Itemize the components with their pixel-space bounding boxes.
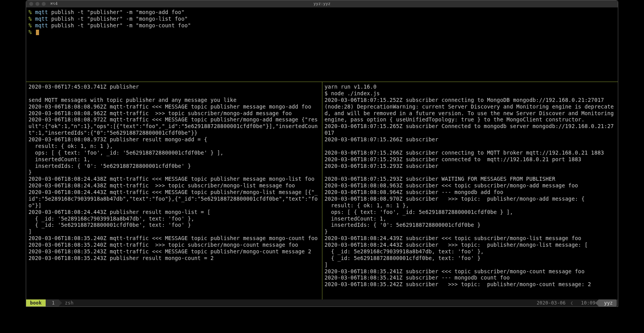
command-args: publish -t "publisher" -m "mongo-count f… [48,22,191,28]
log-line: 2020-03-06T18:08:35.243Z publisher resul… [28,255,320,262]
log-line: 2020-03-06T18:07:15.266Z subscriber [325,136,616,143]
log-line: 2020-03-06T18:07:15.252Z subscriber conn… [325,97,616,103]
log-line: ] [28,228,320,235]
log-line: 2020-03-06T18:08:24.443Z subscriber >>> … [325,242,616,248]
command-args: publish -t "publisher" -m "mongo-add foo… [48,9,185,15]
zoom-icon[interactable] [42,2,46,6]
log-line: 2020-03-06T18:07:15.265Z subscriber Conn… [325,123,616,136]
tmux-content: % mqtt publish -t "publisher" -m "mongo-… [26,7,618,299]
log-line: 2020-03-06T18:08:08.962Z mqtt-traffic <<… [28,103,320,110]
status-remote: yyz [599,299,617,306]
log-line: ops: [ { text: 'foo', _id: '5e6291887288… [28,150,320,156]
log-line: insertedCount: 1, [28,156,320,163]
log-line: ops: [ { text: 'foo', _id: 5e62918872880… [325,209,616,215]
log-line: send MQTT messages with topic publisher … [28,97,320,103]
status-index[interactable]: 1 [46,299,59,306]
bottom-split: 2020-03-06T17:45:03.741Z publisher send … [26,82,618,299]
log-line: } [28,169,320,176]
log-line: } [325,228,616,235]
command-line: % [28,29,616,36]
command-keyword: mqtt [35,9,48,15]
log-line: insertedCount: 1, [325,215,616,222]
prompt: % [28,16,35,22]
cursor [36,30,39,35]
log-line: $ node ./index.js [325,90,616,97]
prompt: % [28,22,35,28]
log-line: 2020-03-06T18:08:08.962Z mqtt-traffic >>… [28,110,320,117]
close-icon[interactable] [29,2,33,6]
log-line: yarn run v1.16.0 [325,84,616,90]
log-line: insertedIds: { '0': '5e629188728800001cf… [28,163,320,169]
log-line: 2020-03-06T18:08:08.964Z subscriber --- … [325,189,616,196]
prompt: % [28,29,35,35]
window-controls [26,2,46,6]
log-line: 2020-03-06T18:07:15.266Z subscriber conn… [325,150,616,156]
command-line: % mqtt publish -t "publisher" -m "mongo-… [28,22,616,29]
log-line: 2020-03-06T18:08:08.972Z mqtt-traffic <<… [28,116,320,136]
log-line: 2020-03-06T18:08:35.240Z mqtt-traffic >>… [28,242,320,248]
log-line: 2020-03-06T18:08:24.438Z mqtt-traffic <<… [28,176,320,182]
log-line: 2020-03-06T18:08:24.438Z mqtt-traffic >>… [28,182,320,189]
chevron-left-icon: ❮ [570,300,573,306]
log-line: insertedIds: { '0': 5e629188728800001cfd… [325,222,616,228]
command-line: % mqtt publish -t "publisher" -m "mongo-… [28,9,616,16]
log-line: result: { ok: 1, n: 1 }, [28,143,320,150]
log-line: 2020-03-06T18:08:08.973Z publisher resul… [28,136,320,143]
minimize-icon[interactable] [36,2,39,6]
log-line: 2020-03-06T18:08:24.443Z publisher resul… [28,209,320,215]
command-keyword: mqtt [35,22,48,28]
title-left: ⌘⌥4 [50,2,58,7]
log-line: { _id: 5e289168c79039918a8b47db, text: '… [325,248,616,255]
log-line: 2020-03-06T18:07:15.293Z subscriber [325,163,616,169]
log-line: { _id: '5e289168c79039918a8b47db', text:… [28,215,320,222]
right-pane[interactable]: yarn run v1.16.0$ node ./index.js2020-03… [322,82,618,299]
log-line: 2020-03-06T18:08:35.243Z mqtt-traffic <<… [28,248,320,255]
log-line: (node:28) DeprecationWarning: current Se… [325,103,616,123]
title-center: yyz:yyz [313,2,331,7]
log-line: 2020-03-06T18:07:15.293Z subscriber conn… [325,156,616,163]
left-pane[interactable]: 2020-03-06T17:45:03.741Z publisher send … [26,82,322,299]
command-args: publish -t "publisher" -m "mongo-list fo… [48,16,188,22]
log-line: 2020-03-06T18:08:35.240Z mqtt-traffic <<… [28,235,320,242]
titlebar[interactable]: ⌘⌥4 yyz:yyz [26,0,618,7]
log-line: ] [325,262,616,268]
status-date: 2020-03-06 [534,299,569,306]
tmux-statusbar[interactable]: book 1 zsh 2020-03-06 ❮ 10:09 yyz [26,299,618,306]
status-shell[interactable]: zsh [59,299,77,306]
status-host: book [26,299,46,306]
log-line [325,169,616,176]
terminal-window: ⌘⌥4 yyz:yyz % mqtt publish -t "publisher… [26,0,618,307]
command-line: % mqtt publish -t "publisher" -m "mongo-… [28,16,616,22]
log-line [28,90,320,97]
command-keyword: mqtt [35,16,48,22]
log-line: 2020-03-06T18:08:35.241Z subscriber --- … [325,274,616,281]
log-line: { _id: 5e629188728800001cfdf0be, text: '… [325,255,616,262]
log-line: 2020-03-06T18:08:24.443Z mqtt-traffic <<… [28,189,320,209]
log-line: 2020-03-06T18:07:15.293Z subscriber WAIT… [325,176,616,182]
status-right: 2020-03-06 ❮ 10:09 yyz [534,299,618,306]
log-line: 2020-03-06T18:08:24.439Z subscriber <<< … [325,235,616,242]
log-line: { _id: '5e629188728800001cfdf0be', text:… [28,222,320,228]
log-line: 2020-03-06T18:08:35.242Z subscriber >>> … [325,281,616,288]
log-line: 2020-03-06T18:08:08.963Z subscriber <<< … [325,182,616,189]
log-line: 2020-03-06T17:45:03.741Z publisher [28,84,320,90]
top-pane[interactable]: % mqtt publish -t "publisher" -m "mongo-… [26,7,618,82]
log-line: 2020-03-06T18:08:35.241Z subscriber <<< … [325,268,616,275]
log-line: result: { ok: 1, n: 1 }, [325,202,616,209]
prompt: % [28,9,35,15]
log-line: 2020-03-06T18:08:08.970Z subscriber >>> … [325,196,616,202]
log-line [325,143,616,150]
